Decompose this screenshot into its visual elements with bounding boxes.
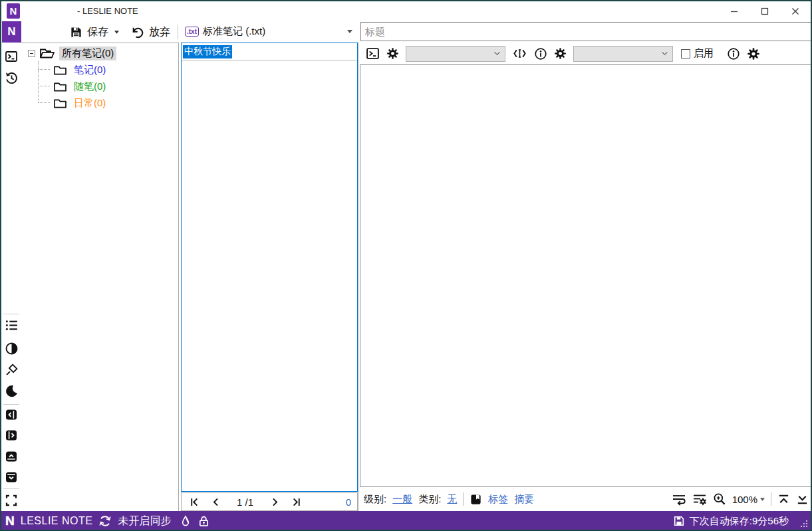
info-icon[interactable] (727, 47, 740, 60)
level-value-link[interactable]: 一般 (392, 493, 412, 506)
editor-dropdown-1[interactable] (406, 46, 505, 62)
window-title: - LESLIE NOTE (77, 1, 138, 21)
footer-separator (771, 492, 771, 506)
statusbar-logo-icon: N (5, 514, 15, 528)
selected-note-title[interactable]: 中秋节快乐 (183, 45, 232, 58)
tree-item-all-notes[interactable]: 所有笔记(0) (28, 45, 116, 61)
note-type-dropdown[interactable]: .txt 标准笔记 (.txt) (181, 21, 356, 42)
tree-item-essays[interactable]: 随笔(0) (53, 78, 108, 94)
tags-link[interactable]: 标签 (488, 493, 508, 506)
terminal-button[interactable] (4, 49, 19, 64)
title-bar: N - LESLIE NOTE (1, 1, 811, 21)
tree-item-label: 所有笔记(0) (59, 47, 116, 60)
terminal-button[interactable] (366, 47, 380, 60)
note-editor[interactable] (360, 64, 811, 487)
gear-icon[interactable] (386, 47, 399, 60)
discard-button[interactable]: 放弃 (149, 25, 170, 39)
window-controls (719, 1, 811, 21)
history-icon[interactable] (4, 70, 19, 85)
note-list: 中秋节快乐 (181, 43, 358, 492)
collapse-left-panel-button[interactable] (4, 407, 19, 422)
maximize-button[interactable] (749, 1, 780, 21)
tree-collapse-icon[interactable] (28, 50, 35, 57)
zoom-level-dropdown[interactable]: 100% (732, 494, 765, 505)
folder-open-icon (39, 47, 55, 59)
enable-checkbox-label[interactable]: 启用 (694, 47, 714, 60)
gear-icon[interactable] (747, 47, 760, 60)
tree-connector (38, 86, 50, 86)
collapse-bottom-panel-button[interactable] (4, 470, 19, 484)
resize-grip[interactable] (800, 520, 808, 528)
lock-icon[interactable] (198, 514, 210, 528)
scroll-to-top-icon[interactable] (777, 493, 790, 506)
tree-connector (38, 61, 39, 102)
zoom-level-value: 100% (732, 494, 757, 505)
main-toolbar: 保存 放弃 (70, 21, 170, 43)
bookmark-icon[interactable] (470, 493, 482, 506)
sidebar-separator (3, 488, 19, 489)
water-drop-icon[interactable] (180, 514, 192, 528)
editor-footer: 级别: 一般 类别: 无 标签 摘要 100% (359, 488, 812, 510)
scroll-to-bottom-icon[interactable] (796, 493, 809, 506)
previous-page-button[interactable] (209, 495, 222, 508)
note-title-edit-row[interactable]: 中秋节快乐 (182, 43, 357, 60)
first-page-button[interactable] (188, 495, 201, 508)
note-title-field-wrap (360, 22, 811, 41)
tree-item-notes[interactable]: 笔记(0) (53, 62, 108, 78)
editor-dropdown-2[interactable] (573, 46, 673, 62)
sync-status-text: 未开启同步 (118, 514, 171, 528)
sidebar-app-logo-icon[interactable]: N (2, 21, 21, 43)
contrast-theme-button[interactable] (4, 341, 19, 356)
folder-tree: 所有笔记(0) 笔记(0) 随笔(0) 日常(0) (21, 43, 179, 511)
app-logo-icon: N (7, 3, 20, 19)
category-value-link[interactable]: 无 (447, 493, 457, 506)
folder-icon (53, 64, 67, 76)
dark-mode-moon-button[interactable] (4, 383, 19, 398)
toolbar-separator (178, 25, 178, 39)
status-bar: N LESLIE NOTE 未开启同步 下次自动保存:9分56秒 (1, 511, 811, 531)
undo-icon (130, 25, 144, 39)
text-cursor-icon[interactable] (512, 47, 527, 60)
editor-toolbar: 启用 (359, 43, 812, 64)
folder-icon (53, 81, 67, 92)
tree-item-daily[interactable]: 日常(0) (53, 95, 108, 111)
close-button[interactable] (780, 1, 811, 21)
pin-button[interactable] (4, 362, 19, 377)
sync-icon[interactable] (98, 514, 112, 528)
list-view-button[interactable] (4, 318, 19, 332)
level-label: 级别: (364, 493, 386, 506)
collapse-top-panel-button[interactable] (4, 449, 19, 464)
note-type-label: 标准笔记 (.txt) (203, 25, 265, 38)
txt-file-icon: .txt (185, 27, 199, 37)
folder-icon (53, 98, 67, 109)
list-settings-icon[interactable] (692, 492, 707, 506)
word-wrap-icon[interactable] (672, 492, 686, 506)
sidebar-separator (3, 314, 19, 314)
app-window: N - LESLIE NOTE N 保存 放弃 .txt (0, 0, 812, 531)
caret-down-icon (760, 498, 765, 501)
note-title-input[interactable] (360, 22, 811, 41)
next-page-button[interactable] (268, 495, 281, 508)
gear-icon[interactable] (554, 47, 567, 60)
chevron-down-icon (661, 51, 668, 56)
zoom-in-icon[interactable] (713, 492, 726, 506)
autosave-icon (673, 515, 685, 527)
note-list-pager: 1 /1 0 (181, 492, 358, 511)
collapse-right-panel-button[interactable] (4, 428, 19, 443)
save-button[interactable]: 保存 (87, 25, 108, 39)
tree-item-label: 随笔(0) (71, 80, 108, 94)
tree-item-label: 日常(0) (71, 96, 108, 110)
enable-checkbox[interactable] (681, 49, 690, 58)
note-count: 0 (346, 496, 351, 508)
save-dropdown-caret[interactable] (114, 31, 119, 34)
summary-link[interactable]: 摘要 (514, 493, 534, 506)
tree-item-label: 笔记(0) (71, 63, 108, 77)
fullscreen-button[interactable] (4, 493, 19, 508)
note-type-caret-icon (347, 30, 352, 33)
category-label: 类别: (418, 493, 441, 506)
last-page-button[interactable] (289, 495, 303, 508)
autosave-countdown: 下次自动保存:9分56秒 (690, 515, 789, 528)
minimize-button[interactable] (719, 1, 749, 21)
page-indicator: 1 /1 (237, 496, 253, 508)
info-icon[interactable] (534, 47, 547, 60)
